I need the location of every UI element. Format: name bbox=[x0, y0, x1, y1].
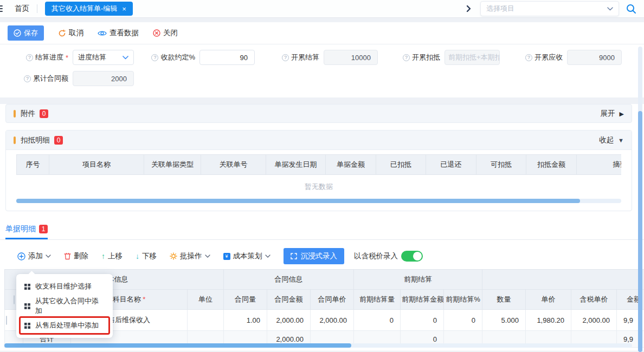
tab-divider bbox=[0, 239, 644, 240]
cum-deduction-input: 前期扣抵+本期扣抵 bbox=[445, 50, 500, 65]
cum-settlement-label: 开累结算 bbox=[270, 53, 319, 62]
header-cell: 合同单价 bbox=[311, 290, 354, 310]
tab-active-edit[interactable]: 其它收入结算单-编辑 × bbox=[45, 2, 133, 16]
vscrollbar-thumb[interactable] bbox=[638, 111, 642, 352]
chevron-down-icon bbox=[205, 255, 210, 258]
header-cell: 含税单价 bbox=[571, 290, 617, 310]
chevron-right-icon[interactable] bbox=[466, 5, 471, 12]
triangle-down-icon bbox=[618, 136, 624, 144]
cum-deduction-label: 开累扣抵 bbox=[395, 53, 440, 62]
help-icon bbox=[525, 54, 532, 61]
help-icon bbox=[151, 54, 158, 61]
field-cum-deduction: 开累扣抵 前期扣抵+本期扣抵 bbox=[395, 50, 500, 65]
header-cell: 单据发生日期 bbox=[266, 155, 326, 175]
tab-bar: 首页 其它收入结算单-编辑 × 选择项目 bbox=[0, 0, 644, 18]
cum-receivable-input: 9000 bbox=[567, 50, 622, 65]
detail-tab-label: 单据明细 bbox=[5, 224, 36, 234]
header-cell: 前期结算% bbox=[444, 290, 482, 310]
menu-item-maintain-subjects[interactable]: 收支科目维护选择 bbox=[16, 277, 113, 296]
deduction-title: 扣抵明细 bbox=[21, 135, 50, 145]
project-select[interactable]: 选择项目 bbox=[480, 1, 619, 16]
action-toolbar: 保存 取消 查看数据 关闭 bbox=[0, 22, 644, 44]
header-cell: 序号 bbox=[17, 155, 49, 175]
menu-icon-partial bbox=[0, 5, 3, 12]
deduction-hscrollbar-track bbox=[16, 199, 621, 203]
triangle-right-icon bbox=[620, 109, 624, 118]
header-cell: 关联单号 bbox=[201, 155, 266, 175]
close-label: 关闭 bbox=[163, 28, 178, 38]
deduction-badge: 0 bbox=[54, 136, 63, 145]
header-cell: 已退还 bbox=[426, 155, 476, 175]
detail-toolbar: 添加 删除 上移 下移 批操作 成本策划 沉浸式录入 bbox=[0, 247, 644, 265]
tab-bar-right: 选择项目 bbox=[466, 1, 644, 16]
deduction-section-bar: 扣抵明细 0 收起 bbox=[6, 131, 632, 150]
cancel-label: 取消 bbox=[69, 28, 83, 38]
add-button[interactable]: 添加 bbox=[17, 251, 51, 261]
help-icon bbox=[403, 54, 410, 61]
move-up-button[interactable]: 上移 bbox=[101, 251, 123, 261]
batch-actions-button[interactable]: 批操作 bbox=[170, 251, 210, 261]
chevron-down-icon bbox=[265, 255, 271, 258]
attachments-section-bar: 附件 0 展开 bbox=[5, 104, 632, 123]
tab-active-label: 其它收入结算单-编辑 bbox=[51, 4, 117, 14]
unit-cell bbox=[188, 310, 224, 331]
tax-entry-toggle[interactable] bbox=[401, 251, 423, 262]
header-cell: 摘要 bbox=[577, 155, 622, 175]
prev-qty-cell: 0 bbox=[354, 310, 401, 331]
attachments-badge: 0 bbox=[40, 109, 48, 118]
bottom-border bbox=[0, 351, 644, 351]
settle-progress-select[interactable]: 进度结算 bbox=[73, 50, 134, 65]
group-previous: 前期结算 bbox=[354, 270, 482, 290]
detail-tab-badge: 1 bbox=[39, 225, 48, 233]
chevron-down-icon bbox=[123, 56, 128, 60]
refresh-icon bbox=[58, 29, 66, 37]
tax-entry-label: 以含税价录入 bbox=[354, 251, 398, 261]
close-button[interactable]: 关闭 bbox=[153, 28, 178, 38]
menu-item-from-aftersales-order[interactable]: 从售后处理单中添加 bbox=[16, 316, 113, 335]
qty-cell: 5.000 bbox=[482, 310, 526, 331]
tab-close-icon[interactable]: × bbox=[122, 5, 126, 13]
attachments-title: 附件 bbox=[21, 109, 35, 119]
detail-hscrollbar-thumb[interactable] bbox=[4, 343, 351, 348]
deduction-collapse-button[interactable]: 收起 bbox=[599, 135, 624, 145]
arrow-up-icon bbox=[101, 252, 105, 260]
cum-receivable-label: 开累应收 bbox=[518, 53, 563, 62]
tax-entry-toggle-group: 以含税价录入 bbox=[354, 251, 423, 262]
cancel-button[interactable]: 取消 bbox=[58, 28, 83, 38]
header-cell: 单位 bbox=[188, 290, 224, 310]
immersive-entry-button[interactable]: 沉浸式录入 bbox=[284, 248, 345, 264]
menu-item-from-other-income-contract[interactable]: 从其它收入合同中添加 bbox=[16, 296, 113, 316]
cost-plan-button[interactable]: 成本策划 bbox=[223, 251, 271, 261]
select-all-checkbox[interactable] bbox=[14, 295, 15, 304]
check-circle-icon bbox=[14, 29, 21, 37]
price-cell: 1,980.20 bbox=[526, 310, 571, 331]
grid-icon bbox=[24, 284, 30, 290]
field-settle-progress: 结算进度 * 进度结算 bbox=[4, 50, 134, 65]
field-cum-receivable: 开累应收 9000 bbox=[518, 50, 622, 65]
deduction-table: 序号 项目名称 关联单据类型 关联单号 单据发生日期 单据金额 已扣抵 已退还 … bbox=[16, 154, 621, 175]
project-select-placeholder: 选择项目 bbox=[486, 4, 514, 14]
tab-detail[interactable]: 单据明细 1 bbox=[5, 224, 48, 239]
search-icon[interactable] bbox=[626, 4, 636, 14]
deduction-table-wrap: 序号 项目名称 关联单据类型 关联单号 单据发生日期 单据金额 已扣抵 已退还 … bbox=[16, 154, 621, 175]
move-down-button[interactable]: 下移 bbox=[136, 251, 157, 261]
section-gap-band bbox=[0, 97, 644, 104]
deduction-hscrollbar-thumb[interactable] bbox=[16, 199, 580, 203]
view-data-button[interactable]: 查看数据 bbox=[98, 28, 139, 38]
help-icon bbox=[282, 54, 289, 61]
tab-home[interactable]: 首页 bbox=[15, 4, 29, 14]
cum-contract-input: 2000 bbox=[73, 71, 134, 86]
delete-button[interactable]: 删除 bbox=[64, 251, 88, 261]
brackets-icon bbox=[291, 253, 297, 259]
chevron-down-icon bbox=[607, 7, 613, 11]
attachments-expand-button[interactable]: 展开 bbox=[601, 109, 624, 119]
grid-icon bbox=[24, 303, 30, 309]
gear-icon bbox=[170, 252, 177, 260]
row-checkbox[interactable] bbox=[6, 316, 7, 325]
save-button[interactable]: 保存 bbox=[8, 25, 44, 41]
tab-separator bbox=[37, 4, 37, 13]
field-cum-contract: 累计合同额 2000 bbox=[4, 71, 134, 86]
trash-icon bbox=[64, 252, 71, 260]
payment-pct-input[interactable]: 90 bbox=[199, 50, 255, 65]
header-cell: 可扣抵 bbox=[476, 155, 526, 175]
